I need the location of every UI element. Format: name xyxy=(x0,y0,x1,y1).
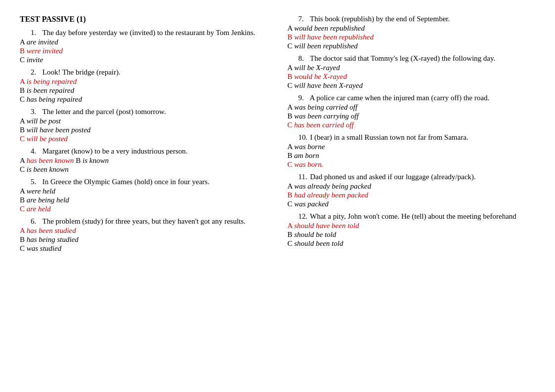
q8-b-text: would be X-rayed xyxy=(294,73,347,80)
q8-option-a: A will be X-rayed xyxy=(288,64,536,72)
q6-b-label: B xyxy=(20,235,27,243)
q2-text: 2. Look! The bridge (repair). xyxy=(20,68,268,77)
question-8: 8. The doctor said that Tommy's leg (X-r… xyxy=(288,54,536,90)
q7-option-b: B will have been republished xyxy=(288,33,536,41)
q12-c-text: should been told xyxy=(294,239,343,247)
q4-option-ab: A has been known B is known xyxy=(20,157,268,165)
q8-body: The doctor said that Tommy's leg (X-raye… xyxy=(310,54,495,62)
q6-text: 6. The problem (study) for three years, … xyxy=(20,217,268,226)
q8-a-label: A xyxy=(288,64,295,72)
q11-text: 11. Dad phoned us and asked if our lugga… xyxy=(288,173,536,181)
q5-option-c: C are held xyxy=(20,205,268,213)
q3-option-c: C will be posted xyxy=(20,135,268,143)
q11-c-label: C xyxy=(288,200,295,208)
q4-b-text: is known xyxy=(83,157,109,164)
q10-text: 10. I (bear) in a small Russian town not… xyxy=(288,133,536,142)
q12-option-b: B should be told xyxy=(288,231,536,239)
q7-a-label: A xyxy=(288,24,295,32)
right-column: 7. This book (republish) by the end of S… xyxy=(288,15,536,257)
q3-number: 3. xyxy=(31,108,41,116)
q9-option-c: C has been carried off xyxy=(288,121,536,129)
question-11: 11. Dad phoned us and asked if our lugga… xyxy=(288,173,536,208)
q7-c-text: will been republished xyxy=(294,42,358,50)
q7-c-label: C xyxy=(288,42,295,50)
q1-b-text: were invited xyxy=(27,47,63,55)
left-column: TEST PASSIVE (1) 1. The day before yeste… xyxy=(20,15,268,257)
q3-b-label: B xyxy=(20,126,27,134)
q9-b-text: was been carrying off xyxy=(294,112,358,120)
q6-c-text: was studied xyxy=(27,244,61,252)
question-12: 12. What a pity, John won't come. He (te… xyxy=(288,212,536,248)
question-2: 2. Look! The bridge (repair). A is being… xyxy=(20,68,268,104)
q12-c-label: C xyxy=(288,239,295,247)
q5-b-text: are being held xyxy=(27,196,69,204)
q1-a-text: are invited xyxy=(27,38,58,46)
q1-b-label: B xyxy=(20,47,27,55)
q8-c-label: C xyxy=(288,81,295,89)
q8-number: 8. xyxy=(299,54,308,63)
q12-body: What a pity, John won't come. He (tell) … xyxy=(310,212,516,220)
q5-c-label: C xyxy=(20,205,27,213)
q10-b-text: am born xyxy=(294,152,319,159)
q10-option-c: C was born. xyxy=(288,160,536,169)
q7-b-label: B xyxy=(288,33,295,41)
q9-c-label: C xyxy=(288,121,295,129)
q11-body: Dad phoned us and asked if our luggage (… xyxy=(310,173,475,181)
question-6: 6. The problem (study) for three years, … xyxy=(20,217,268,253)
q6-a-text: has been studied xyxy=(27,227,76,235)
q5-b-label: B xyxy=(20,196,27,204)
q4-option-c: C is been known xyxy=(20,165,268,174)
q7-b-text: will have been republished xyxy=(294,33,374,41)
question-3: 3. The letter and the parcel (post) tomo… xyxy=(20,108,268,143)
question-7: 7. This book (republish) by the end of S… xyxy=(288,15,536,50)
q4-a-label: A xyxy=(20,157,27,164)
q12-b-label: B xyxy=(288,231,295,238)
q2-b-label: B xyxy=(20,86,27,94)
q10-b-label: B xyxy=(288,152,295,159)
q12-a-text: should have been told xyxy=(294,222,359,230)
q12-option-c: C should been told xyxy=(288,239,536,248)
q3-c-text: will be posted xyxy=(27,135,68,143)
q5-option-b: B are being held xyxy=(20,196,268,204)
q10-a-text: was borne xyxy=(294,143,325,151)
q9-option-b: B was been carrying off xyxy=(288,112,536,120)
q6-number: 6. xyxy=(31,217,41,226)
q2-a-text: is being repaired xyxy=(27,78,77,85)
q10-option-b: B am born xyxy=(288,152,536,160)
q12-number: 12. xyxy=(299,212,308,221)
q1-option-a: A are invited xyxy=(20,38,268,46)
q9-a-label: A xyxy=(288,103,295,111)
q6-option-b: B has being studied xyxy=(20,235,268,244)
question-1: 1. The day before yesterday we (invited)… xyxy=(20,29,268,64)
q8-option-b: B would be X-rayed xyxy=(288,73,536,81)
q5-c-text: are held xyxy=(27,205,51,213)
q2-option-c: C has being repaired xyxy=(20,95,268,104)
q2-option-b: B is been repaired xyxy=(20,86,268,95)
q8-option-c: C will have been X-rayed xyxy=(288,81,536,90)
q9-body: A police car came when the injured man (… xyxy=(309,94,489,102)
q10-a-label: A xyxy=(288,143,295,151)
q9-option-a: A was being carried off xyxy=(288,103,536,112)
q7-option-a: A would been republished xyxy=(288,24,536,33)
q5-body: In Greece the Olympic Games (hold) once … xyxy=(43,178,210,186)
q5-number: 5. xyxy=(31,178,41,186)
q5-option-a: A were held xyxy=(20,187,268,196)
q11-a-text: was already being packed xyxy=(294,182,371,190)
q9-text: 9. A police car came when the injured ma… xyxy=(288,94,536,102)
q4-c-label: C xyxy=(20,165,27,173)
q3-a-text: will be post xyxy=(27,117,61,125)
q6-body: The problem (study) for three years, but… xyxy=(42,217,245,225)
q1-text: 1. The day before yesterday we (invited)… xyxy=(20,29,268,37)
q9-b-label: B xyxy=(288,112,295,120)
q4-b-separator: B xyxy=(76,157,83,164)
question-4: 4. Margaret (know) to be a very industri… xyxy=(20,147,268,174)
q1-option-c: C invite xyxy=(20,56,268,64)
q1-number: 1. xyxy=(31,29,41,37)
q11-option-c: C was packed xyxy=(288,200,536,208)
q3-option-a: A will be post xyxy=(20,117,268,125)
q2-option-a: A is being repaired xyxy=(20,78,268,86)
q12-option-a: A should have been told xyxy=(288,222,536,230)
q7-option-c: C will been republished xyxy=(288,42,536,50)
q7-text: 7. This book (republish) by the end of S… xyxy=(288,15,536,23)
question-9: 9. A police car came when the injured ma… xyxy=(288,94,536,129)
